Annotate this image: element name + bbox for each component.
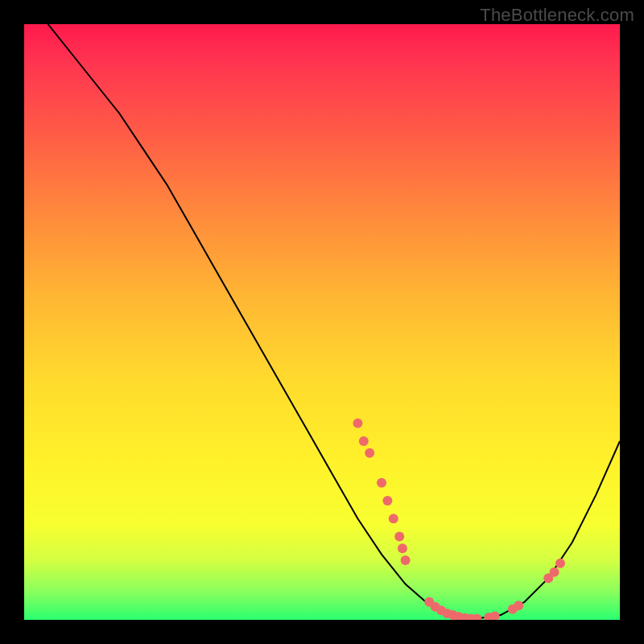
chart-plot-area (24, 24, 620, 620)
data-point (377, 478, 386, 488)
watermark-text: TheBottleneck.com (480, 5, 634, 26)
curve-line (48, 24, 620, 619)
data-point (398, 543, 407, 553)
data-point (365, 448, 374, 458)
data-point (401, 555, 411, 565)
data-point (514, 601, 523, 610)
data-point (550, 568, 559, 577)
bottleneck-curve-chart (24, 24, 620, 620)
data-point (359, 436, 369, 446)
data-point (394, 531, 404, 541)
data-point (490, 612, 500, 620)
data-point (555, 559, 565, 568)
data-point (389, 514, 398, 523)
data-point (382, 496, 392, 506)
data-point (353, 419, 362, 428)
